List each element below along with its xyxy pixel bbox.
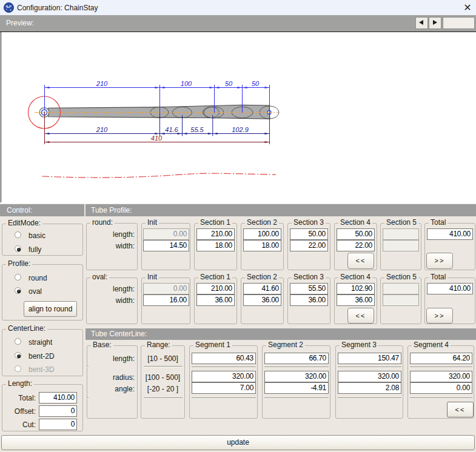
svg-text:102.9: 102.9 <box>232 126 249 133</box>
svg-text:410: 410 <box>151 135 163 142</box>
svg-text:41.6: 41.6 <box>165 126 178 133</box>
svg-text:210: 210 <box>96 80 108 87</box>
svg-text:210: 210 <box>96 126 108 133</box>
svg-text:50: 50 <box>252 80 260 87</box>
svg-text:50: 50 <box>225 80 233 87</box>
svg-text:55.5: 55.5 <box>190 126 204 133</box>
svg-text:100: 100 <box>181 80 192 87</box>
